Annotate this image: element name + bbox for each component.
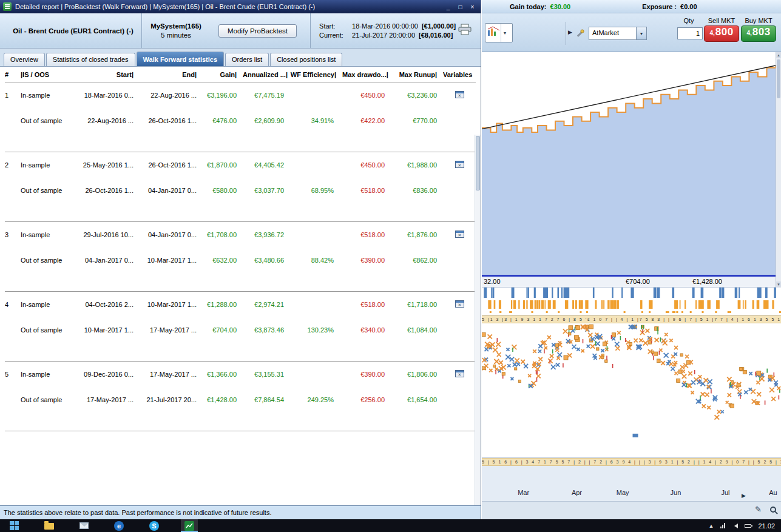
col-header-wf-efficiency[interactable]: WF Efficiency| [290, 71, 342, 78]
start-button[interactable] [6, 519, 22, 532]
tool-icon[interactable] [574, 27, 586, 40]
chevron-down-icon[interactable]: ▼ [501, 24, 509, 42]
qty-label: Qty [675, 17, 703, 24]
col-header-end[interactable]: End| [140, 71, 203, 78]
order-type-select[interactable]: AtMarket ▼ [589, 27, 647, 40]
variables-icon[interactable] [455, 161, 464, 168]
annualized-value: €7,864.54 [243, 396, 290, 403]
taskbar-clock[interactable]: 21.02 [758, 522, 775, 530]
max-runup-value: €836.00 [391, 187, 443, 194]
is-oos-label: Out of sample [21, 257, 72, 264]
row-number: 1 [5, 92, 21, 99]
buy-market-button[interactable]: 4, 803 [741, 25, 776, 42]
start-date: 09-Dec-2016 0... [72, 371, 140, 378]
max-runup-value: €3,236.00 [391, 92, 443, 99]
col-header-num[interactable]: # [5, 71, 21, 78]
zoom-icon[interactable] [770, 507, 776, 513]
variables-icon[interactable] [455, 300, 464, 308]
maximize-button[interactable]: □ [455, 2, 465, 12]
start-date: 26-Oct-2016 1... [72, 187, 140, 194]
printer-icon[interactable] [458, 24, 472, 38]
start-date: 25-May-2016 1... [72, 161, 140, 169]
report-scrollbar-thumb[interactable] [476, 136, 480, 190]
edge-browser-icon[interactable]: e [110, 519, 127, 532]
end-date: 26-Oct-2016 1... [140, 161, 203, 169]
scroll-right-icon[interactable]: ▶ [742, 493, 746, 499]
gain-value: €704.00 [203, 326, 243, 334]
volume-icon[interactable] [732, 524, 738, 528]
annualized-value: €7,475.19 [243, 92, 290, 99]
trading-app-icon[interactable] [181, 519, 198, 532]
row-number: 2 [5, 161, 21, 169]
skype-icon[interactable]: S [146, 519, 163, 532]
month-label: Mar [518, 489, 529, 496]
window-titlebar[interactable]: Detailed report | ProBacktest (Walk Forw… [0, 0, 481, 13]
col-header-variables[interactable]: Variables [443, 71, 476, 78]
end-date: 10-Mar-2017 1... [140, 257, 203, 264]
variables-icon[interactable] [455, 370, 464, 377]
file-explorer-icon[interactable] [41, 519, 58, 532]
equity-scrollbar-thumb[interactable] [777, 59, 780, 98]
out-of-sample-row: Out of sample 26-Oct-2016 1... 04-Jan-20… [5, 178, 476, 203]
col-header-max-drawdown[interactable]: Max drawdo...| [342, 71, 391, 78]
is-oos-label: In-sample [21, 301, 72, 308]
gain-value: €1,366.00 [203, 371, 243, 378]
battery-icon[interactable] [745, 524, 751, 528]
gain-today-value: €30.00 [550, 3, 571, 10]
col-header-max-runup[interactable]: Max Runup| [391, 71, 443, 78]
report-scrollbar[interactable] [475, 135, 481, 505]
variables-icon[interactable] [455, 231, 464, 238]
end-date: 26-Oct-2016 1... [140, 117, 203, 124]
col-header-annualized[interactable]: Annualized ...| [243, 71, 290, 78]
draw-pen-icon[interactable]: ✎ [755, 505, 762, 514]
in-sample-row: 3 In-sample 29-Jul-2016 10... 04-Jan-201… [5, 222, 476, 247]
price-svg [482, 323, 781, 457]
is-oos-label: In-sample [21, 231, 72, 238]
sell-market-button[interactable]: 4, 800 [704, 25, 739, 42]
qty-input[interactable] [677, 27, 703, 39]
col-header-isoos[interactable]: |IS / OOS [21, 71, 72, 78]
close-button[interactable]: × [467, 2, 478, 12]
screen: Detailed report | ProBacktest (Walk Forw… [0, 0, 781, 532]
in-sample-row: 4 In-sample 04-Oct-2016 2... 10-Mar-2017… [5, 292, 476, 317]
backtest-period-info: Start: 18-Mar-2016 00:00:00 [€1,000.00] … [310, 13, 456, 48]
equity-svg [482, 52, 776, 275]
tray-chevron-icon[interactable]: ▲ [709, 523, 714, 529]
annualized-value: €3,155.31 [243, 371, 290, 378]
chevron-right-icon[interactable]: ▶ [568, 29, 572, 35]
system-name-box: MySystem(165) 5 minutes [142, 22, 210, 40]
tick-numbers-row-2: 5 | 5 1 6 | 6 | 3 4 7 1 7 5 5 7 | 2 | | … [482, 458, 781, 466]
equity-curve-chart[interactable] [482, 52, 781, 277]
chevron-down-icon[interactable]: ▼ [636, 27, 646, 39]
wf-group-1: 1 In-sample 18-Mar-2016 0... 22-Aug-2016… [5, 82, 476, 152]
current-amount: [€8,016.00] [419, 32, 453, 39]
current-label: Current: [319, 32, 348, 39]
annualized-value: €2,974.21 [243, 301, 290, 308]
max-drawdown-value: €450.00 [342, 92, 391, 99]
scroll-down-icon[interactable]: ▼ [776, 281, 781, 288]
order-type-value: AtMarket [589, 27, 636, 39]
tab-overview[interactable]: Overview [4, 53, 45, 66]
tab-walk-forward-statistics[interactable]: Walk Forward statistics [137, 52, 224, 66]
col-header-start[interactable]: Start| [72, 71, 140, 78]
out-of-sample-row: Out of sample 17-May-2017 ... 21-Jul-201… [5, 387, 476, 412]
price-chart[interactable] [482, 323, 781, 457]
minimize-button[interactable]: _ [443, 2, 453, 12]
network-icon[interactable] [720, 523, 725, 528]
start-date: 17-May-2017 ... [72, 396, 140, 403]
chart-type-button[interactable]: ▼ [485, 23, 513, 42]
scroll-up-icon[interactable]: ▲ [776, 52, 781, 58]
month-label: Au [769, 489, 777, 496]
instrument-name: Oil - Brent Crude (EUR1 Contract) (-) [5, 13, 142, 48]
modify-probacktest-button[interactable]: Modify ProBacktest [218, 24, 297, 38]
equity-scrollbar[interactable]: ▲ ▼ [776, 52, 781, 288]
mail-icon[interactable] [76, 519, 92, 532]
tab-closed-positions-list[interactable]: Closed positions list [270, 53, 342, 66]
tab-orders-list[interactable]: Orders list [225, 53, 269, 66]
start-date: 29-Jul-2016 10... [72, 231, 140, 238]
col-header-gain[interactable]: Gain| [203, 71, 243, 78]
max-drawdown-value: €450.00 [342, 161, 391, 169]
tab-statistics-closed-trades[interactable]: Statistics of closed trades [46, 53, 135, 66]
max-runup-value: €862.00 [391, 257, 443, 264]
variables-icon[interactable] [455, 91, 464, 98]
